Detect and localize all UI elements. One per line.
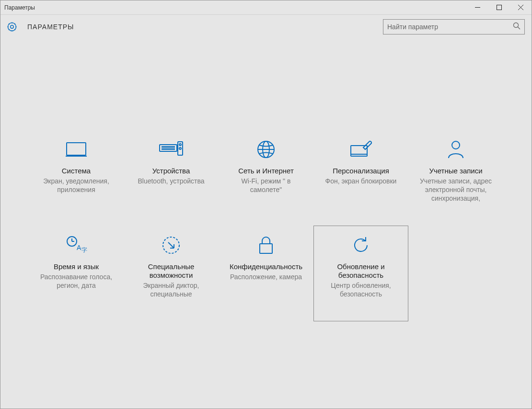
globe-icon [256, 139, 276, 160]
tile-title: Персонализация [331, 167, 391, 175]
person-icon [447, 139, 464, 160]
svg-point-22 [452, 141, 460, 149]
titlebar: Параметры [0, 0, 532, 15]
tile-title: Обновление и безопасность [317, 262, 405, 280]
tile-title: Время и язык [52, 262, 101, 271]
svg-point-4 [11, 25, 13, 28]
tile-devices[interactable]: Устройства Bluetooth, устройства [124, 130, 219, 226]
tile-update-security[interactable]: Обновление и безопасность Центр обновлен… [313, 226, 408, 321]
gear-icon [6, 21, 18, 33]
tile-title: Специальные возможности [127, 262, 215, 280]
tile-network[interactable]: Сеть и Интернет Wi-Fi, режим " в самолет… [219, 130, 313, 226]
tile-title: Устройства [150, 167, 192, 175]
svg-point-15 [179, 144, 181, 146]
page-title: ПАРАМЕТРЫ [27, 23, 74, 31]
tile-accounts[interactable]: Учетные записи Учетные записи, адрес эле… [408, 130, 503, 226]
search-input[interactable] [387, 23, 513, 31]
tile-desc: Bluetooth, устройства [135, 177, 207, 185]
settings-window: Параметры ПАРАМЕТРЫ [0, 0, 532, 409]
tile-desc: Расположение, камера [227, 273, 305, 281]
tile-title: Система [60, 167, 93, 175]
tile-desc: Экран, уведомления, приложения [32, 177, 120, 194]
close-icon [518, 5, 523, 10]
search-box[interactable] [383, 19, 525, 34]
svg-rect-1 [497, 5, 502, 10]
personalization-icon [350, 139, 372, 160]
tile-time-language[interactable]: A 字 Время и язык Распознавание голоса, р… [29, 226, 124, 321]
search-icon [513, 22, 520, 32]
svg-point-6 [514, 23, 519, 28]
svg-text:A: A [77, 244, 81, 251]
minimize-button[interactable] [467, 0, 488, 15]
lock-icon [258, 235, 274, 256]
tile-title: Конфиденциальность [228, 262, 304, 271]
tile-privacy[interactable]: Конфиденциальность Расположение, камера [219, 226, 313, 321]
svg-rect-29 [260, 244, 272, 253]
maximize-button[interactable] [488, 0, 510, 15]
header-left: ПАРАМЕТРЫ [5, 20, 74, 34]
svg-text:字: 字 [81, 247, 87, 253]
content: Система Экран, уведомления, приложения У… [0, 39, 532, 409]
display-icon [66, 139, 87, 160]
tile-desc: Центр обновления, безопасность [317, 281, 405, 298]
settings-gear-button[interactable] [5, 20, 19, 34]
update-icon [351, 235, 370, 256]
window-title: Параметры [4, 4, 35, 11]
tile-desc: Учетные записи, адрес электронной почты,… [412, 177, 500, 203]
svg-point-16 [179, 148, 181, 149]
header: ПАРАМЕТРЫ [0, 15, 532, 39]
svg-line-7 [518, 27, 520, 29]
tile-desc: Экранный диктор, специальные [127, 281, 215, 298]
tile-title: Учетные записи [427, 167, 484, 175]
close-button[interactable] [510, 0, 532, 15]
tile-title: Сеть и Интернет [236, 167, 296, 175]
tile-desc: Wi-Fi, режим " в самолете" [222, 177, 310, 194]
tile-personalization[interactable]: Персонализация Фон, экран блокировки [313, 130, 408, 226]
devices-icon [159, 139, 184, 160]
svg-rect-8 [67, 143, 86, 155]
tile-desc: Фон, экран блокировки [323, 177, 400, 185]
ease-of-access-icon [162, 235, 181, 256]
maximize-icon [497, 5, 502, 10]
tile-system[interactable]: Система Экран, уведомления, приложения [29, 130, 124, 226]
window-controls [467, 0, 532, 15]
minimize-icon [475, 5, 480, 10]
tile-desc: Распознавание голоса, регион, дата [32, 273, 120, 290]
tile-ease-of-access[interactable]: Специальные возможности Экранный диктор,… [124, 226, 219, 321]
tiles-grid: Система Экран, уведомления, приложения У… [29, 130, 503, 321]
svg-point-5 [8, 23, 16, 31]
time-language-icon: A 字 [65, 235, 87, 256]
